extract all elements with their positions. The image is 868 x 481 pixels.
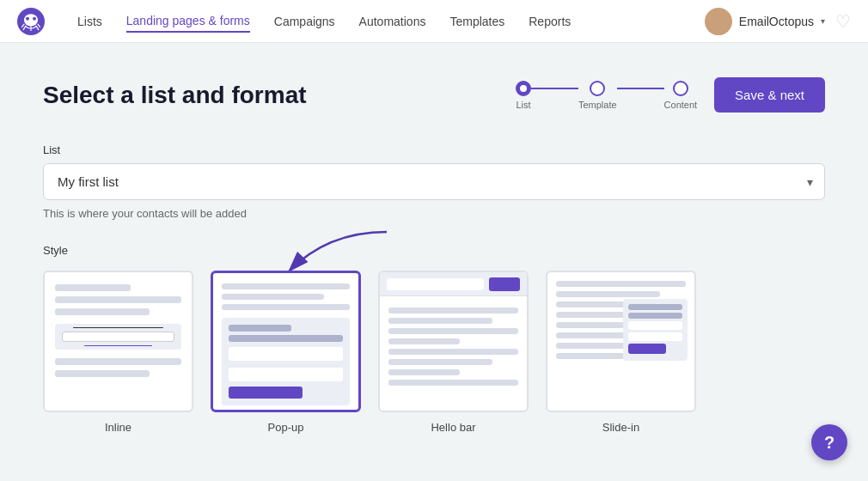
main-content: Select a list and format List Template C… [0, 43, 868, 460]
user-menu[interactable]: EmailOctopus ▾ [705, 8, 825, 35]
nav-link-templates[interactable]: Templates [449, 11, 504, 32]
nav-right: EmailOctopus ▾ ♡ [705, 8, 851, 35]
popup-card-preview [211, 271, 361, 412]
heart-icon[interactable]: ♡ [835, 11, 851, 32]
step-line-1 [531, 88, 578, 89]
inline-card-label: Inline [105, 421, 131, 434]
step-list-circle [516, 81, 531, 96]
step-template-label: Template [578, 100, 617, 110]
help-button[interactable]: ? [811, 424, 847, 460]
hellobar-card-label: Hello bar [431, 421, 475, 434]
svg-point-9 [712, 12, 724, 24]
inline-card-preview [43, 271, 193, 412]
slidein-card-label: Slide-in [602, 421, 639, 434]
style-label: Style [43, 244, 825, 257]
step-content-label: Content [664, 100, 698, 110]
slidein-card[interactable]: Slide-in [546, 271, 696, 434]
nav-link-campaigns[interactable]: Campaigns [274, 11, 335, 32]
slidein-modal [623, 299, 688, 361]
svg-point-2 [26, 16, 29, 20]
step-template: Template [578, 81, 617, 110]
header-row: Select a list and format List Template C… [43, 77, 825, 113]
step-content-circle [673, 81, 688, 96]
username-label: EmailOctopus [739, 15, 814, 28]
nav-link-automations[interactable]: Automations [359, 11, 426, 32]
svg-point-1 [24, 14, 38, 26]
list-select[interactable]: My first list [43, 163, 825, 200]
navbar: Lists Landing pages & forms Campaigns Au… [0, 0, 868, 43]
step-line-2 [617, 88, 664, 89]
nav-link-reports[interactable]: Reports [529, 11, 571, 32]
popup-card-label: Pop-up [268, 421, 304, 434]
svg-point-3 [33, 16, 36, 20]
save-next-button[interactable]: Save & next [714, 77, 825, 113]
step-template-circle [590, 81, 605, 96]
nav-link-lists[interactable]: Lists [77, 11, 102, 32]
logo[interactable] [17, 8, 45, 35]
page-title: Select a list and format [43, 82, 307, 109]
step-content: Content [664, 81, 698, 110]
list-label: List [43, 143, 825, 156]
popup-card[interactable]: Pop-up [211, 271, 361, 434]
step-list: List [516, 81, 531, 110]
svg-point-10 [708, 26, 729, 35]
user-menu-chevron: ▾ [821, 16, 825, 26]
inline-card[interactable]: Inline [43, 271, 193, 434]
list-select-wrapper: My first list ▾ [43, 163, 825, 200]
list-section: List My first list ▾ This is where your … [43, 143, 825, 220]
stepper: List Template Content [516, 81, 697, 110]
step-list-label: List [516, 100, 530, 110]
avatar [705, 8, 732, 35]
hellobar-card[interactable]: Hello bar [378, 271, 529, 434]
hellobar-card-preview [378, 271, 529, 412]
slidein-card-preview [546, 271, 696, 412]
style-section: Style [43, 244, 825, 434]
list-hint: This is where your contacts will be adde… [43, 207, 825, 220]
nav-link-landing[interactable]: Landing pages & forms [126, 10, 250, 33]
style-grid: Inline [43, 271, 825, 434]
